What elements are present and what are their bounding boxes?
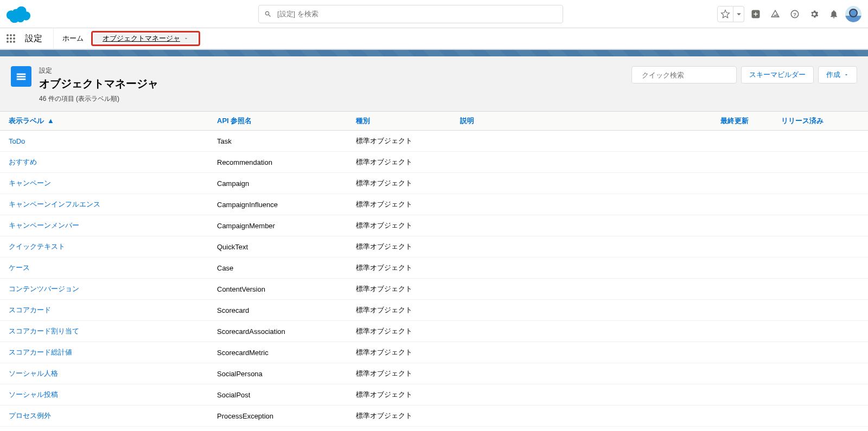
col-type[interactable]: 種別 — [347, 112, 451, 131]
object-table-scroll[interactable]: 表示ラベル▲ API 参照名 種別 説明 最終更新 リリース済み ToDoTas… — [0, 112, 868, 431]
global-search[interactable] — [258, 5, 563, 23]
trailhead-icon — [770, 9, 780, 19]
page-title: オブジェクトマネージャ — [39, 76, 631, 91]
object-released — [773, 300, 868, 321]
object-updated — [712, 215, 773, 236]
object-released — [773, 194, 868, 215]
object-type: 標準オブジェクト — [347, 131, 451, 152]
favorite-button[interactable] — [717, 6, 733, 22]
col-updated[interactable]: 最終更新 — [712, 112, 773, 131]
table-row: キャンペーンインフルエンスCampaignInfluence標準オブジェクト — [0, 194, 868, 215]
salesforce-logo[interactable] — [7, 5, 31, 23]
object-released — [773, 236, 868, 258]
table-row: コンテンツバージョンContentVersion標準オブジェクト — [0, 279, 868, 300]
decorative-band — [0, 50, 868, 56]
svg-text:?: ? — [793, 11, 796, 17]
notifications-button[interactable] — [826, 6, 842, 22]
object-label-link[interactable]: スコアカード割り当て — [0, 321, 208, 342]
object-updated — [712, 321, 773, 342]
create-label: 作成 — [826, 70, 840, 80]
object-label-link[interactable]: キャンペーン — [0, 173, 208, 194]
help-button[interactable]: ? — [787, 6, 803, 22]
object-api-name: Campaign — [208, 173, 347, 194]
caret-down-icon — [844, 72, 849, 78]
object-label-link[interactable]: プロセス例外 — [0, 406, 208, 427]
table-row: おすすめRecommendation標準オブジェクト — [0, 152, 868, 173]
page-meta: 46 件の項目 (表示ラベル順) — [39, 94, 631, 104]
app-name: 設定 — [22, 28, 54, 49]
object-desc — [451, 321, 712, 342]
object-updated — [712, 279, 773, 300]
object-updated — [712, 152, 773, 173]
nav-home[interactable]: ホーム — [54, 28, 92, 49]
header-actions: ? — [717, 6, 861, 22]
object-type: 標準オブジェクト — [347, 173, 451, 194]
object-released — [773, 152, 868, 173]
object-type: 標準オブジェクト — [347, 384, 451, 406]
trailhead-button[interactable] — [767, 6, 783, 22]
col-desc[interactable]: 説明 — [451, 112, 712, 131]
object-desc — [451, 152, 712, 173]
setup-button[interactable] — [806, 6, 822, 22]
object-desc — [451, 279, 712, 300]
global-add-button[interactable] — [748, 6, 764, 22]
quick-find[interactable] — [631, 66, 737, 83]
object-released — [773, 131, 868, 152]
object-api-name: QuickText — [208, 236, 347, 258]
object-updated — [712, 300, 773, 321]
object-api-name: Task — [208, 131, 347, 152]
object-label-link[interactable]: ケース — [0, 258, 208, 279]
plus-icon — [751, 9, 761, 19]
object-label-link[interactable]: コンテンツバージョン — [0, 279, 208, 300]
breadcrumb: 設定 — [39, 66, 631, 75]
object-type: 標準オブジェクト — [347, 363, 451, 384]
object-api-name: ProcessException — [208, 406, 347, 427]
quick-find-input[interactable] — [642, 71, 733, 79]
object-type: 標準オブジェクト — [347, 300, 451, 321]
schema-builder-button[interactable]: スキーマビルダー — [741, 66, 814, 83]
table-row: キャンペーンメンバーCampaignMember標準オブジェクト — [0, 215, 868, 236]
nav-home-label: ホーム — [62, 34, 84, 43]
object-label-link[interactable]: おすすめ — [0, 152, 208, 173]
object-api-name: Scorecard — [208, 300, 347, 321]
object-label-link[interactable]: キャンペーンメンバー — [0, 215, 208, 236]
create-button[interactable]: 作成 — [818, 66, 857, 83]
object-updated — [712, 384, 773, 406]
table-row: ToDoTask標準オブジェクト — [0, 131, 868, 152]
object-updated — [712, 236, 773, 258]
object-desc — [451, 363, 712, 384]
user-avatar[interactable] — [845, 6, 861, 22]
table-row: スコアカード総計値ScorecardMetric標準オブジェクト — [0, 342, 868, 363]
object-type: 標準オブジェクト — [347, 321, 451, 342]
table-header-row: 表示ラベル▲ API 参照名 種別 説明 最終更新 リリース済み — [0, 112, 868, 131]
table-row: プロセス例外ProcessException標準オブジェクト — [0, 406, 868, 427]
col-released[interactable]: リリース済み — [773, 112, 868, 131]
object-desc — [451, 173, 712, 194]
col-api[interactable]: API 参照名 — [208, 112, 347, 131]
favorite-dropdown[interactable] — [733, 6, 744, 22]
object-desc — [451, 300, 712, 321]
object-label-link[interactable]: ソーシャル人格 — [0, 363, 208, 384]
object-label-link[interactable]: キャンペーンインフルエンス — [0, 194, 208, 215]
question-icon: ? — [790, 9, 800, 19]
app-launcher[interactable] — [0, 34, 22, 43]
object-type: 標準オブジェクト — [347, 215, 451, 236]
col-label[interactable]: 表示ラベル▲ — [0, 112, 208, 131]
object-label-link[interactable]: スコアカード総計値 — [0, 342, 208, 363]
bell-icon — [829, 9, 839, 19]
object-label-link[interactable]: クイックテキスト — [0, 236, 208, 258]
object-desc — [451, 236, 712, 258]
object-desc — [451, 384, 712, 406]
object-type: 標準オブジェクト — [347, 342, 451, 363]
object-label-link[interactable]: ソーシャル投稿 — [0, 384, 208, 406]
global-search-input[interactable] — [277, 10, 557, 18]
gear-icon — [809, 9, 819, 19]
object-label-link[interactable]: スコアカード — [0, 300, 208, 321]
nav-object-manager[interactable]: オブジェクトマネージャ — [94, 34, 197, 43]
object-api-name: ScorecardMetric — [208, 342, 347, 363]
page-header: 設定 オブジェクトマネージャ 46 件の項目 (表示ラベル順) スキーマビルダー… — [0, 56, 868, 112]
object-type: 標準オブジェクト — [347, 258, 451, 279]
object-label-link[interactable]: ToDo — [0, 131, 208, 152]
object-api-name: Recommendation — [208, 152, 347, 173]
object-api-name: ScorecardAssociation — [208, 321, 347, 342]
